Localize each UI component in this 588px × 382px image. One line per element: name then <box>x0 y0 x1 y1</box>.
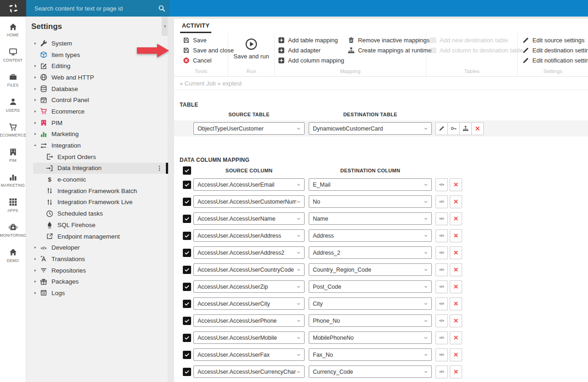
sidebar-item-editing[interactable]: Editing <box>33 60 165 72</box>
remove-row-button[interactable] <box>450 365 462 378</box>
row-checkbox[interactable] <box>183 351 191 359</box>
tree-caret[interactable] <box>33 245 40 250</box>
tree-caret[interactable] <box>33 143 40 148</box>
source-column-select[interactable]: AccessUser.AccessUserName <box>193 212 305 225</box>
source-column-select[interactable]: AccessUser.AccessUserAddress <box>193 229 305 242</box>
save-button[interactable]: Save <box>183 35 234 45</box>
row-checkbox[interactable] <box>183 283 191 291</box>
row-checkbox[interactable] <box>183 317 191 325</box>
tree-caret[interactable] <box>39 188 46 193</box>
row-checkbox[interactable] <box>183 266 191 274</box>
edit-script-button[interactable] <box>435 212 448 225</box>
tree-caret[interactable] <box>33 120 40 125</box>
column-mappings-button[interactable] <box>459 122 472 135</box>
edit-script-button[interactable] <box>435 365 448 378</box>
tree-caret[interactable] <box>39 222 46 227</box>
destination-column-select[interactable]: No <box>309 195 432 208</box>
row-checkbox[interactable] <box>183 368 191 376</box>
sidebar-collapse-handle[interactable] <box>162 17 168 36</box>
sidebar-item-control-panel[interactable]: Control Panel <box>33 94 165 106</box>
rail-item-ecommerce[interactable]: ECOMMERCE <box>0 122 26 148</box>
edit-script-button[interactable] <box>435 280 448 293</box>
destination-column-select[interactable]: City <box>309 297 432 310</box>
sidebar-item-data-integration[interactable]: Data Integration <box>33 163 165 174</box>
sidebar-item-developer[interactable]: Developer <box>33 242 165 253</box>
destination-column-select[interactable]: Fax_No <box>309 348 432 361</box>
key-settings-button[interactable] <box>447 122 460 135</box>
sidebar-item-integration-framework-batch[interactable]: Integration Framework Batch <box>33 185 165 197</box>
remove-row-button[interactable] <box>450 297 462 310</box>
create-mappings-at-runtime-button[interactable]: Create mappings at runtime <box>348 45 431 55</box>
destination-column-select[interactable]: MobilePhoneNo <box>309 331 432 344</box>
tab-activity[interactable]: ACTIVITY <box>180 23 211 33</box>
tree-caret[interactable] <box>33 41 40 46</box>
destination-column-select[interactable]: Post_Code <box>309 280 432 293</box>
source-column-select[interactable]: AccessUser.AccessUserCity <box>193 297 305 310</box>
remove-row-button[interactable] <box>450 314 462 327</box>
tree-caret[interactable] <box>33 132 40 137</box>
select-all-checkbox[interactable] <box>183 166 191 175</box>
sidebar-item-translations[interactable]: Translations <box>33 253 165 265</box>
sidebar-item-integration-framework-live[interactable]: Integration Framework Live <box>33 197 165 208</box>
sidebar-item-export-orders[interactable]: Export Orders <box>33 151 165 163</box>
sidebar-item-logs[interactable]: Logs <box>33 287 165 299</box>
add-table-mapping-button[interactable]: Add table mapping <box>278 35 344 45</box>
tree-caret[interactable] <box>39 211 46 216</box>
save-and-run-button[interactable]: Save and run <box>228 33 274 60</box>
edit-script-button[interactable] <box>435 178 448 191</box>
edit-script-button[interactable] <box>435 263 448 276</box>
destination-column-select[interactable]: Address_2 <box>309 246 432 259</box>
destination-column-select[interactable]: Country_Region_Code <box>309 263 432 276</box>
remove-row-button[interactable] <box>450 195 462 208</box>
cancel-button[interactable]: Cancel <box>183 55 234 65</box>
rail-item-files[interactable]: FILES <box>0 72 26 97</box>
source-column-select[interactable]: AccessUser.AccessUserEmail <box>193 178 305 191</box>
source-column-select[interactable]: AccessUser.AccessUserFax <box>193 348 305 361</box>
rail-item-content[interactable]: CONTENT <box>0 47 26 73</box>
source-column-select[interactable]: AccessUser.AccessUserCurrencyCharacter <box>193 365 305 378</box>
destination-table-select[interactable]: DynamicwebCustomerCard <box>309 122 432 135</box>
rail-item-users[interactable]: USERS <box>0 97 26 123</box>
tree-caret[interactable] <box>33 64 40 68</box>
tree-caret[interactable] <box>33 52 40 57</box>
source-column-select[interactable]: AccessUser.AccessUserCountryCode <box>193 263 305 276</box>
row-checkbox[interactable] <box>183 300 191 308</box>
remove-row-button[interactable] <box>450 178 462 191</box>
edit-table-mapping-button[interactable] <box>435 122 448 135</box>
rail-item-apps[interactable]: APPS <box>0 198 26 223</box>
destination-column-select[interactable]: Name <box>309 212 432 225</box>
source-column-select[interactable]: AccessUser.AccessUserPhone <box>193 314 305 327</box>
destination-column-select[interactable]: Address <box>309 229 432 242</box>
sidebar-item-e-conomic[interactable]: e-conomic <box>33 174 165 185</box>
tree-caret[interactable] <box>33 109 40 114</box>
edit-script-button[interactable] <box>435 314 448 327</box>
destination-column-select[interactable]: Currency_Code <box>309 365 432 378</box>
save-and-close-button[interactable]: Save and close <box>183 45 234 55</box>
remove-row-button[interactable] <box>450 263 462 276</box>
global-search-bar[interactable] <box>26 0 170 17</box>
tree-caret[interactable] <box>33 75 40 80</box>
source-column-select[interactable]: AccessUser.AccessUserAddress2 <box>193 246 305 259</box>
row-checkbox[interactable] <box>183 334 191 342</box>
sidebar-item-pim[interactable]: PIM <box>33 117 165 129</box>
edit-script-button[interactable] <box>435 195 448 208</box>
sidebar-item-packages[interactable]: Packages <box>33 276 165 287</box>
edit-script-button[interactable] <box>435 331 448 344</box>
tree-caret[interactable] <box>33 279 40 284</box>
destination-column-select[interactable]: E_Mail <box>309 178 432 191</box>
edit-source-settings-button[interactable]: Edit source settings <box>522 35 588 45</box>
rail-item-demo[interactable]: DEMO <box>0 248 26 273</box>
sidebar-item-scheduled-tasks[interactable]: Scheduled tasks <box>33 208 165 219</box>
remove-row-button[interactable] <box>450 246 462 259</box>
rail-item-home[interactable]: HOME <box>0 22 26 47</box>
rail-item-marketing[interactable]: MARKETING <box>0 172 26 198</box>
tree-caret[interactable] <box>33 291 40 295</box>
sidebar-item-database[interactable]: Database <box>33 83 165 95</box>
sidebar-item-marketing[interactable]: Marketing <box>33 129 165 140</box>
remove-row-button[interactable] <box>450 280 462 293</box>
row-checkbox[interactable] <box>183 198 191 206</box>
sidebar-item-repositories[interactable]: Repositories <box>33 265 165 276</box>
add-adapter-button[interactable]: Add adapter <box>278 45 344 55</box>
row-checkbox[interactable] <box>183 249 191 257</box>
remove-row-button[interactable] <box>450 212 462 225</box>
